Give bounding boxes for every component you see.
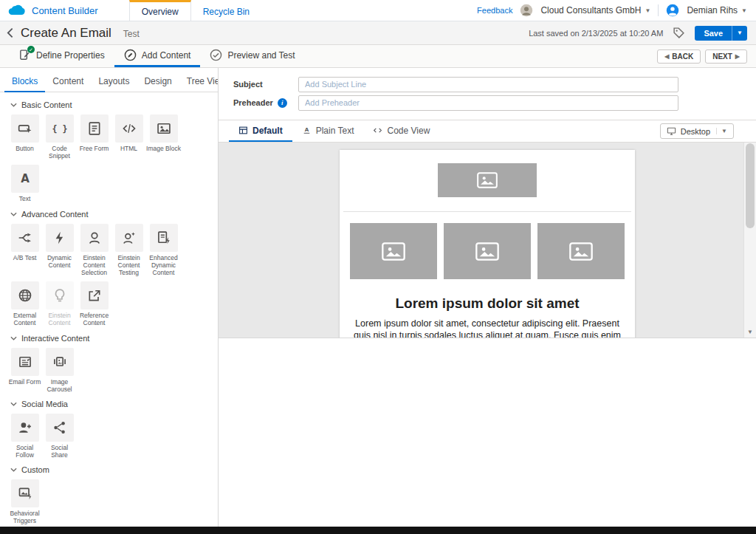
top-tab-overview[interactable]: Overview [129, 0, 191, 21]
block-tile-code-snippet[interactable]: { }Code Snippet [42, 114, 77, 160]
tile-label: Code Snippet [42, 145, 77, 160]
tile-label: Image Block [146, 145, 181, 152]
view-tab-default[interactable]: Default [229, 120, 292, 142]
tile-label: Dynamic Content [42, 254, 77, 269]
scrollbar-down-arrow[interactable]: ▼ [744, 326, 756, 338]
tile-icon-box [115, 224, 143, 252]
feedback-link[interactable]: Feedback [477, 6, 512, 15]
hero-image-placeholder[interactable] [438, 163, 537, 197]
tile-label: Einstein Content [42, 312, 77, 326]
next-button[interactable]: NEXT ▶ [705, 49, 747, 64]
step-define-properties[interactable]: ✓Define Properties [9, 45, 114, 67]
org-menu-button[interactable]: Cloud Consultants GmbH ▼ [540, 5, 650, 16]
section-interactive-content: Interactive ContentEmail FormImage Carou… [0, 327, 218, 393]
step-preview-and-test[interactable]: Preview and Test [200, 45, 304, 67]
view-tab-plain-text[interactable]: APlain Text [292, 120, 364, 142]
subject-input[interactable] [298, 77, 678, 92]
salesforce-logo-icon [7, 4, 27, 17]
chevron-down-icon: ▼ [741, 7, 747, 14]
back-button[interactable]: ◀ BACK [657, 49, 701, 64]
view-tab-code-view[interactable]: Code View [363, 120, 439, 142]
section-title: Interactive Content [21, 334, 89, 343]
content-sidebar: BlocksContentLayoutsDesignTree View Basi… [0, 68, 219, 527]
block-tile-image-block[interactable]: Image Block [146, 114, 181, 160]
tile-icon-box [11, 114, 39, 143]
email-sheet[interactable]: Lorem ipsum dolor sit amet Lorem ipsum d… [340, 150, 635, 338]
back-chevron-button[interactable] [0, 21, 19, 44]
taskbar-strip [0, 527, 756, 534]
block-tile-social-follow[interactable]: Social Follow [7, 414, 42, 459]
save-button[interactable]: Save [695, 26, 732, 41]
block-tile-enhanced-dynamic-content[interactable]: Enhanced Dynamic Content [146, 224, 181, 277]
info-icon[interactable]: i [278, 98, 287, 108]
block-tile-einstein-content-selection[interactable]: Einstein Content Selection [77, 224, 111, 277]
tile-icon-box [11, 224, 39, 252]
block-tile-reference-content[interactable]: Reference Content [77, 281, 111, 326]
email-divider [343, 211, 631, 212]
email-heading[interactable]: Lorem ipsum dolor sit amet [340, 295, 635, 312]
block-tile-dynamic-content[interactable]: Dynamic Content [42, 224, 77, 277]
block-tile-html[interactable]: HTML [111, 114, 146, 160]
device-selector-button[interactable]: Desktop ▼ [660, 123, 734, 139]
user-avatar[interactable] [666, 4, 679, 17]
block-tile-image-carousel[interactable]: Image Carousel [42, 348, 77, 393]
tag-icon[interactable] [673, 27, 685, 39]
tile-label: Text [19, 195, 31, 202]
image-placeholder-2[interactable] [444, 223, 531, 279]
sidebar-tab-blocks[interactable]: Blocks [4, 73, 45, 92]
sidebar-tab-design[interactable]: Design [137, 73, 179, 92]
tile-label: Image Carousel [42, 378, 77, 393]
block-tile-einstein-content[interactable]: Einstein Content [42, 281, 77, 326]
tile-label: Behavioral Triggers [7, 510, 42, 524]
section-header-advanced-content[interactable]: Advanced Content [0, 203, 218, 224]
email-workspace: Subject Preheader i DefaultAPlain TextCo… [219, 68, 756, 527]
block-tile-social-share[interactable]: Social Share [42, 414, 77, 459]
block-tile-email-form[interactable]: Email Form [7, 348, 42, 393]
block-tile-behavioral-triggers[interactable]: Behavioral Triggers [7, 479, 42, 524]
tiles: Button{ }Code SnippetFree FormHTMLImage … [0, 114, 218, 203]
divider [658, 4, 659, 16]
image-placeholder-3[interactable] [537, 223, 625, 279]
block-tile-a-b-test[interactable]: A/B Test [7, 224, 42, 277]
block-tile-free-form[interactable]: Free Form [77, 114, 111, 160]
image-icon [157, 121, 171, 136]
section-header-custom[interactable]: Custom [0, 459, 218, 479]
scrollbar-thumb[interactable] [746, 143, 755, 228]
save-dropdown-button[interactable]: ▼ [732, 26, 747, 41]
button-block-icon [18, 121, 32, 136]
top-nav-tabs: OverviewRecycle Bin [129, 0, 261, 21]
image-placeholder-1[interactable] [350, 223, 437, 279]
section-header-social-media[interactable]: Social Media [0, 393, 218, 414]
tile-label: Free Form [80, 145, 109, 152]
tile-icon-box [11, 414, 39, 442]
section-advanced-content: Advanced ContentA/B TestDynamic ContentE… [0, 203, 218, 327]
block-tile-text[interactable]: AText [7, 165, 42, 202]
block-tile-button[interactable]: Button [7, 114, 42, 160]
section-title: Custom [21, 465, 49, 474]
brand[interactable]: Content Builder [0, 0, 109, 21]
org-avatar[interactable] [520, 4, 533, 17]
sidebar-tab-layouts[interactable]: Layouts [91, 73, 137, 92]
section-header-basic-content[interactable]: Basic Content [0, 94, 218, 114]
triangle-left-icon: ◀ [664, 53, 669, 60]
block-tile-einstein-content-testing[interactable]: Einstein Content Testing [111, 224, 146, 277]
svg-text:{ }: { } [52, 123, 67, 134]
step-add-content[interactable]: Add Content [114, 45, 201, 67]
section-title: Advanced Content [21, 210, 89, 219]
social-follow-icon [18, 420, 32, 435]
page-title: Create An Email [21, 26, 111, 41]
block-tile-external-content[interactable]: External Content [7, 281, 42, 326]
email-body-text[interactable]: Lorem ipsum dolor sit amet, consectetur … [351, 318, 624, 338]
sidebar-tab-tree-view[interactable]: Tree View [179, 73, 219, 92]
einstein-test-icon [122, 230, 137, 245]
view-mode-bar: DefaultAPlain TextCode View Desktop ▼ [219, 120, 756, 143]
top-tab-recycle-bin[interactable]: Recycle Bin [191, 0, 261, 21]
device-label: Desktop [681, 127, 710, 136]
ab-test-icon [18, 230, 32, 245]
sidebar-tab-content[interactable]: Content [45, 73, 91, 92]
preheader-input[interactable] [298, 95, 678, 111]
code-view-icon [373, 126, 382, 135]
canvas-scrollbar[interactable]: ▼ [743, 143, 756, 338]
section-header-interactive-content[interactable]: Interactive Content [0, 327, 218, 348]
user-menu-button[interactable]: Demian Rihs ▼ [687, 5, 747, 16]
